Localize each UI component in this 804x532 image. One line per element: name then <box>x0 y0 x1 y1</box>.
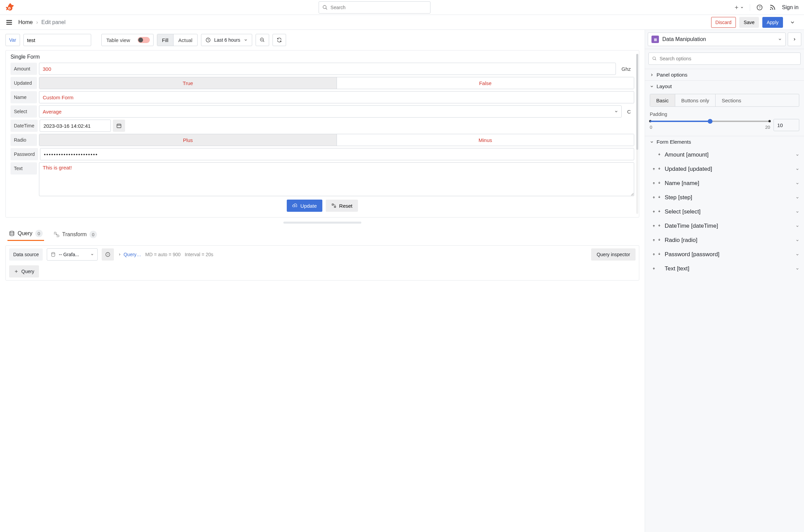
variable-input[interactable] <box>23 34 91 46</box>
form-element-item[interactable]: Text [text] <box>652 263 799 275</box>
radio-minus-option[interactable]: Minus <box>337 134 634 146</box>
move-down-icon[interactable] <box>657 167 662 171</box>
data-source-select[interactable]: -- Grafa... <box>47 248 98 261</box>
move-up-icon[interactable] <box>652 195 657 200</box>
resize-handle[interactable] <box>283 222 361 224</box>
options-sidebar: ▦ Data Manipulation Search options Panel… <box>645 30 804 532</box>
form-element-item[interactable]: Select [select] <box>652 206 799 218</box>
datetime-input[interactable] <box>40 120 111 132</box>
query-tab-label: Query <box>18 230 33 236</box>
interval-info: Interval = 20s <box>185 252 213 257</box>
chevron-down-icon <box>740 6 744 9</box>
amount-suffix: Ghz <box>618 66 634 72</box>
amount-input[interactable] <box>39 63 616 75</box>
padding-value-input[interactable]: 10 <box>773 119 799 131</box>
move-up-icon[interactable] <box>652 209 657 214</box>
move-down-icon[interactable] <box>657 181 662 186</box>
help-button[interactable]: ? <box>756 4 763 11</box>
form-elements-section[interactable]: Form Elements <box>645 136 804 147</box>
discard-button[interactable]: Discard <box>711 17 736 28</box>
query-inspector-button[interactable]: Query inspector <box>591 248 636 261</box>
update-button[interactable]: Update <box>287 200 322 212</box>
collapse-sidebar-button[interactable] <box>786 16 799 28</box>
calendar-button[interactable] <box>113 120 125 132</box>
zoom-out-button[interactable] <box>256 34 269 46</box>
database-icon <box>51 252 56 257</box>
table-view-toggle[interactable]: Table view <box>101 34 153 46</box>
form-element-label: DateTime [dateTime] <box>665 223 718 229</box>
form-element-item[interactable]: Updated [updated] <box>652 163 799 175</box>
save-button[interactable]: Save <box>739 17 759 28</box>
global-search-input[interactable]: Search <box>319 1 430 14</box>
transform-tab[interactable]: Transform 0 <box>52 229 98 241</box>
visualization-picker[interactable]: ▦ Data Manipulation <box>648 33 786 46</box>
slider-max: 20 <box>765 125 770 130</box>
move-down-icon[interactable] <box>657 224 662 228</box>
data-source-help[interactable]: ? <box>102 248 114 261</box>
add-query-button[interactable]: Query <box>9 265 39 278</box>
apply-button[interactable]: Apply <box>762 17 783 28</box>
svg-point-1 <box>9 7 10 8</box>
updated-true-option[interactable]: True <box>39 77 337 89</box>
form-element-item[interactable]: Password [password] <box>652 248 799 261</box>
chevron-down-icon <box>796 167 799 171</box>
move-down-icon[interactable] <box>657 152 662 157</box>
svg-rect-16 <box>117 124 121 128</box>
form-element-item[interactable]: Amount [amount] <box>652 149 799 161</box>
move-up-icon[interactable] <box>652 181 657 186</box>
move-down-icon[interactable] <box>657 252 662 257</box>
move-down-icon[interactable] <box>657 195 662 200</box>
chevron-down-icon <box>790 20 795 25</box>
search-placeholder: Search <box>331 5 345 10</box>
form-element-item[interactable]: Radio [radio] <box>652 234 799 246</box>
calendar-icon <box>116 123 122 129</box>
add-menu[interactable] <box>734 5 744 10</box>
query-options-link[interactable]: Query… <box>118 252 141 257</box>
password-input[interactable] <box>40 148 634 160</box>
form-element-label: Password [password] <box>665 251 719 258</box>
query-tab[interactable]: Query 0 <box>7 228 44 241</box>
help-icon: ? <box>105 252 111 257</box>
move-up-icon[interactable] <box>652 252 657 257</box>
move-up-icon[interactable] <box>652 238 657 243</box>
layout-section[interactable]: Layout <box>645 81 804 92</box>
svg-line-15 <box>263 41 264 42</box>
refresh-button[interactable] <box>273 34 286 46</box>
form-element-item[interactable]: DateTime [dateTime] <box>652 220 799 232</box>
form-elements-label: Form Elements <box>657 139 691 145</box>
menu-toggle[interactable] <box>5 19 13 26</box>
panel-options-section[interactable]: Panel options <box>645 69 804 80</box>
move-down-icon[interactable] <box>657 209 662 214</box>
time-range-picker[interactable]: Last 6 hours <box>201 34 252 46</box>
move-down-icon[interactable] <box>657 238 662 243</box>
select-input[interactable] <box>39 106 622 118</box>
form-element-item[interactable]: Step [step] <box>652 191 799 204</box>
radio-plus-option[interactable]: Plus <box>39 134 337 146</box>
fill-button[interactable]: Fill <box>157 34 173 46</box>
reset-label: Reset <box>339 203 353 209</box>
clock-icon <box>205 37 211 43</box>
variable-label[interactable]: Var <box>5 34 20 46</box>
panel-scrollbar[interactable] <box>636 54 638 214</box>
layout-basic-option[interactable]: Basic <box>650 94 675 107</box>
query-count-badge: 0 <box>35 230 43 237</box>
news-button[interactable] <box>769 4 776 11</box>
actual-button[interactable]: Actual <box>173 34 197 46</box>
padding-slider[interactable] <box>650 121 770 122</box>
layout-sections-option[interactable]: Sections <box>715 94 747 107</box>
reset-button[interactable]: Reset <box>326 200 358 212</box>
signin-link[interactable]: Sign in <box>782 4 799 11</box>
layout-buttons-option[interactable]: Buttons only <box>675 94 715 107</box>
breadcrumb-home[interactable]: Home <box>18 19 33 25</box>
svg-line-3 <box>326 8 327 10</box>
move-up-icon[interactable] <box>652 167 657 171</box>
updated-false-option[interactable]: False <box>337 77 634 89</box>
move-up-icon[interactable] <box>652 266 657 271</box>
expand-sidebar-button[interactable] <box>788 33 801 46</box>
text-textarea[interactable] <box>39 162 634 196</box>
search-options-input[interactable]: Search options <box>649 53 801 65</box>
name-input[interactable] <box>39 91 634 103</box>
form-element-item[interactable]: Name [name] <box>652 177 799 189</box>
svg-point-8 <box>770 8 771 10</box>
move-up-icon[interactable] <box>652 224 657 228</box>
